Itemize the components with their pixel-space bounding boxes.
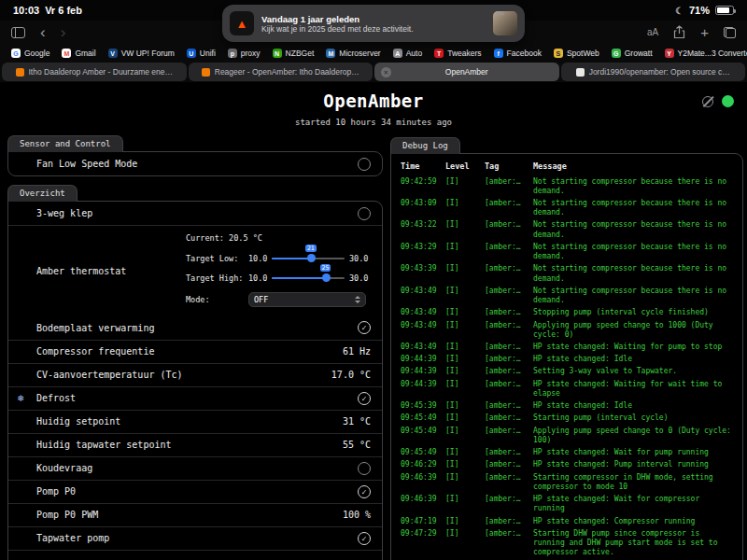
notification-time: nu xyxy=(496,8,504,17)
bookmark-label: VW UP! Forum xyxy=(121,49,175,58)
log-tag: [amber:… xyxy=(485,177,529,196)
row-label: Koudevraag xyxy=(36,463,92,473)
target-high-line: Target High: 10.0 25 30.0 xyxy=(186,273,371,284)
tab-title: OpenAmber xyxy=(445,67,488,77)
new-tab-icon[interactable]: + xyxy=(700,27,709,38)
forward-icon[interactable]: › xyxy=(61,26,66,39)
bookmark-item[interactable]: GGrowatt xyxy=(612,49,653,58)
bookmark-label: NZBGet xyxy=(286,49,315,58)
bookmark-label: SpotWeb xyxy=(567,49,599,58)
bookmark-label: Y2Mate...3 Converter xyxy=(678,49,747,58)
bookmark-item[interactable]: YY2Mate...3 Converter xyxy=(665,49,747,58)
bookmark-item[interactable]: NNZBGet xyxy=(273,49,315,58)
page-title: OpenAmber xyxy=(0,91,747,111)
toggle-checked-icon[interactable]: ✓ xyxy=(358,532,371,545)
target-low-max: 30.0 xyxy=(349,254,368,263)
bookmark-label: Unifi xyxy=(200,49,216,58)
panel-row: Pomp P0✓ xyxy=(8,480,382,503)
log-time: 09:45:49 xyxy=(401,413,442,423)
log-message: Setting 3-way valve to Tapwater. xyxy=(533,367,733,376)
bookmark-item[interactable]: pproxy xyxy=(228,49,261,58)
log-tag: [amber:… xyxy=(485,287,529,305)
log-message: Not starting compressor because there is… xyxy=(533,177,733,196)
slider-handle[interactable] xyxy=(307,254,316,262)
notification-title: Vandaag 1 jaar geleden xyxy=(261,14,486,24)
panel-row: Tapwater pomp✓ xyxy=(8,526,382,550)
toggle-unchecked-icon[interactable] xyxy=(358,462,371,475)
log-message: Starting DHW pump since compressor is ru… xyxy=(533,529,733,558)
bookmark-item[interactable]: VVW UP! Forum xyxy=(108,49,175,58)
log-tag: [amber:… xyxy=(485,460,529,469)
tab-favicon-icon xyxy=(16,68,24,77)
log-row: 09:45:49[I][amber:…HP state changed: Wai… xyxy=(401,447,733,459)
browser-tab[interactable]: Itho Daalderop Amber - Duurzame ene… xyxy=(2,63,187,81)
slider-fill xyxy=(272,258,312,260)
log-level: [I] xyxy=(445,517,481,526)
section-tab-sensor-and-control[interactable]: Sensor and Control xyxy=(7,135,123,152)
bookmark-item[interactable]: GGoogle xyxy=(11,49,49,58)
log-message: Not starting compressor because there is… xyxy=(533,243,733,261)
tab-overview-icon[interactable] xyxy=(724,27,736,38)
bookmark-item[interactable]: MGmail xyxy=(62,49,95,58)
log-message: Stopping pump (interval cycle finished) xyxy=(533,308,733,317)
snowflake-icon: ❄ xyxy=(18,393,23,403)
bookmark-item[interactable]: SSpotWeb xyxy=(554,49,599,58)
browser-tab[interactable]: ✕OpenAmber xyxy=(374,63,559,81)
slider-fill xyxy=(272,277,327,280)
tab-favicon-icon xyxy=(576,68,585,77)
log-tag: [amber:… xyxy=(485,495,529,513)
log-column-header: Time xyxy=(401,161,442,171)
target-low-slider[interactable]: 21 xyxy=(272,253,345,264)
browser-tab[interactable]: Jordi1990/openamber: Open source c… xyxy=(561,63,746,81)
thermostat-controls: Current: 20.5 °C Target Low: 10.0 21 30.… xyxy=(186,233,371,309)
mode-select[interactable]: OFF xyxy=(248,292,366,307)
bookmark-item[interactable]: TTweakers xyxy=(434,49,481,58)
log-tag: [amber:… xyxy=(485,413,529,423)
sidebar-toggle-icon[interactable] xyxy=(11,27,25,38)
bookmark-item[interactable]: UUnifi xyxy=(187,49,216,58)
share-icon[interactable] xyxy=(673,25,685,39)
back-icon[interactable]: ‹ xyxy=(40,26,46,39)
section-tab-debug-log[interactable]: Debug Log xyxy=(390,137,460,154)
toggle-checked-icon[interactable]: ✓ xyxy=(358,321,371,334)
tab-close-icon[interactable]: ✕ xyxy=(381,67,391,77)
log-tag: [amber:… xyxy=(485,367,529,376)
target-low-label: Target Low: xyxy=(186,254,244,263)
panel-row: Bodemplaat verwarming✓ xyxy=(8,316,382,340)
tab-title: Reageer - OpenAmber: Itho Daalderop… xyxy=(215,67,359,77)
toggle-checked-icon[interactable]: ✓ xyxy=(358,392,371,405)
browser-tab[interactable]: Reageer - OpenAmber: Itho Daalderop… xyxy=(189,63,374,81)
bookmark-item[interactable]: fFacebook xyxy=(494,49,542,58)
log-tag: [amber:… xyxy=(485,473,529,492)
toggle-checked-icon[interactable]: ✓ xyxy=(358,485,371,498)
bookmark-item[interactable]: AAuto xyxy=(393,49,423,58)
log-level: [I] xyxy=(445,460,481,469)
log-time: 09:45:49 xyxy=(401,427,442,445)
log-level: [I] xyxy=(445,448,481,457)
row-label: Bodemplaat verwarming xyxy=(36,323,154,333)
notification-banner[interactable]: nu ▲ Vandaag 1 jaar geleden Kijk wat je … xyxy=(222,5,525,42)
bookmarks-bar: GGoogleMGmailVVW UP! ForumUUnifipproxyNN… xyxy=(0,44,747,63)
log-row: 09:43:29[I][amber:…Not starting compress… xyxy=(401,241,733,262)
bookmark-label: Facebook xyxy=(507,49,542,58)
log-row: 09:46:39[I][amber:…Starting compressor i… xyxy=(401,471,733,493)
log-level: [I] xyxy=(445,401,481,411)
row-label: Defrost xyxy=(36,393,76,403)
toggle-unchecked-icon[interactable] xyxy=(358,207,371,220)
log-rows[interactable]: 09:42:59[I][amber:…Not starting compress… xyxy=(391,175,742,560)
section-tab-overzicht[interactable]: Overzicht xyxy=(7,185,78,202)
log-level: [I] xyxy=(445,308,481,317)
log-level: [I] xyxy=(445,243,481,261)
log-message: Starting pump (interval cycle) xyxy=(533,413,733,423)
target-low-min: 10.0 xyxy=(248,254,267,263)
slider-handle[interactable] xyxy=(322,273,331,282)
log-row: 09:43:49[I][amber:…Applying pump speed c… xyxy=(401,319,733,341)
bookmark-item[interactable]: MMicroserver xyxy=(326,49,380,58)
log-tag: [amber:… xyxy=(485,220,529,239)
battery-fill xyxy=(717,7,729,13)
reader-icon[interactable]: aA xyxy=(647,27,658,37)
log-row: 09:47:19[I][amber:…HP state changed: Com… xyxy=(401,515,733,527)
toggle-unchecked-icon[interactable] xyxy=(358,158,371,171)
row-label: Tapwater pomp xyxy=(36,533,109,543)
target-high-slider[interactable]: 25 xyxy=(272,273,345,284)
